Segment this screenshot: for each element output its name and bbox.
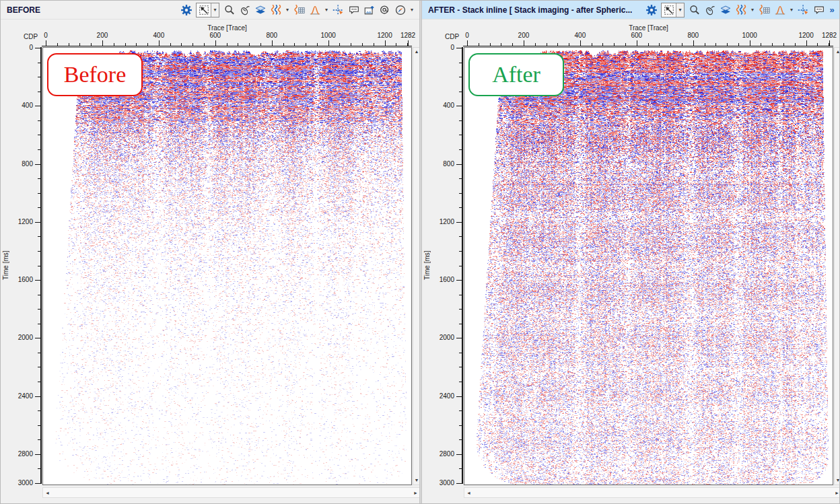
y-tick-minor	[459, 251, 462, 252]
horizontal-scrollbar-after[interactable]: ◄ ►	[464, 487, 840, 498]
titlebar-after: AFTER - Stack inline [ Stack imaging - a…	[422, 1, 840, 20]
scroll-right-arrow[interactable]: ►	[413, 491, 418, 495]
x-axis-title: Trace [Trace]	[42, 24, 412, 32]
scroll-up-arrow[interactable]: ▲	[835, 48, 840, 55]
comment-icon[interactable]	[812, 3, 826, 17]
zoom-mode-icon[interactable]	[197, 3, 211, 17]
horizontal-scrollbar-before[interactable]: ◄ ►	[42, 487, 421, 498]
magnifier-icon[interactable]	[222, 3, 236, 17]
x-tick-minor	[136, 43, 137, 46]
wiggle-display-icon[interactable]	[269, 3, 283, 17]
y-tick-minor	[38, 324, 40, 324]
x-tick-minor	[79, 43, 80, 46]
x-tick-minor	[682, 43, 682, 46]
x-tick-major	[580, 40, 581, 46]
scroll-left-arrow[interactable]: ◄	[45, 491, 50, 495]
y-tick-label: 3000	[1, 479, 33, 487]
y-tick-label: 2400	[422, 392, 454, 400]
y-tick-minor	[459, 295, 462, 295]
seismic-canvas-after[interactable]	[464, 48, 833, 484]
cdp-axis-label: CDP	[24, 33, 38, 40]
spectrum-icon[interactable]	[773, 3, 787, 17]
y-tick-minor	[459, 439, 462, 440]
y-tick-minor	[38, 251, 40, 252]
spectrum-icon-dropdown[interactable]: ▾	[788, 7, 795, 13]
x-tick-label: 800	[687, 32, 699, 39]
y-tick-minor	[38, 77, 40, 77]
mouse-tools-icon[interactable]	[703, 3, 717, 17]
compass-icon-dropdown[interactable]: ▾	[409, 7, 415, 13]
seismic-view-before[interactable]: Before	[42, 47, 412, 485]
zoom-mode-icon-group[interactable]: ▾	[661, 3, 685, 17]
comment-icon[interactable]	[347, 3, 361, 17]
y-tick-minor	[459, 410, 462, 411]
y-tick-label: 2400	[1, 392, 33, 400]
x-tick-minor	[204, 43, 205, 46]
export-image-icon[interactable]	[362, 3, 376, 17]
x-tick-minor	[501, 43, 501, 46]
y-tick-minor	[38, 149, 40, 150]
compass-icon[interactable]	[393, 3, 407, 17]
x-tick-minor	[306, 43, 306, 46]
zoom-mode-icon-group[interactable]: ▾	[196, 3, 219, 17]
y-tick-minor	[459, 92, 462, 92]
zoom-mode-icon-dropdown[interactable]: ▾	[676, 3, 684, 17]
y-tick-minor	[38, 353, 40, 353]
x-tick-minor	[761, 43, 761, 46]
panel-title-before: BEFORE	[7, 5, 40, 15]
y-axis-line	[40, 47, 42, 484]
overlay-label-before: Before	[47, 53, 143, 96]
picking-crosshair-icon[interactable]	[331, 3, 345, 17]
x-tick-minor	[602, 43, 603, 46]
y-tick-label: 3000	[422, 479, 454, 487]
layers-icon[interactable]	[253, 3, 267, 17]
x-tick-minor	[817, 43, 818, 46]
y-tick-label: 1200	[422, 218, 454, 225]
y-tick-major	[35, 222, 40, 223]
seismic-view-after[interactable]: After	[464, 47, 833, 485]
x-tick-minor	[114, 43, 114, 46]
y-tick-minor	[38, 63, 40, 63]
mouse-tools-icon[interactable]	[238, 3, 252, 17]
settings-gear-icon[interactable]	[179, 3, 193, 17]
wiggle-display-icon-dropdown[interactable]: ▾	[749, 7, 756, 13]
x-tick-minor	[490, 43, 491, 46]
trace-table-icon[interactable]	[292, 3, 306, 17]
panel-title-after: AFTER - Stack inline [ Stack imaging - a…	[428, 5, 632, 15]
x-tick-minor	[659, 43, 660, 46]
x-tick-major	[467, 40, 468, 46]
scroll-left-arrow[interactable]: ◄	[466, 491, 471, 495]
y-tick-major	[456, 106, 462, 106]
x-tick-major	[750, 40, 750, 46]
spectrum-icon-dropdown[interactable]: ▾	[323, 7, 330, 13]
settings-gear-icon[interactable]	[644, 3, 658, 17]
toolbar-overflow-icon[interactable]: »	[827, 3, 837, 17]
spectrum-icon[interactable]	[308, 3, 322, 17]
vertical-scrollbar-after[interactable]: ▲ ▼	[834, 47, 840, 485]
magnifier-icon[interactable]	[687, 3, 701, 17]
x-tick-major	[272, 40, 273, 46]
x-tick-minor	[374, 43, 374, 46]
y-tick-label: 0	[422, 44, 454, 51]
scroll-down-arrow[interactable]: ▼	[835, 477, 840, 484]
x-tick-minor	[705, 43, 705, 46]
x-tick-minor	[351, 43, 351, 46]
zoom-mode-icon-dropdown[interactable]: ▾	[211, 3, 219, 17]
scroll-right-arrow[interactable]: ►	[835, 491, 839, 495]
layers-icon[interactable]	[718, 3, 732, 17]
wiggle-display-icon-dropdown[interactable]: ▾	[284, 7, 291, 13]
x-tick-minor	[91, 43, 92, 46]
zoom-mode-icon[interactable]	[662, 3, 676, 17]
y-tick-label: 2800	[422, 450, 454, 458]
seismic-canvas-before[interactable]	[43, 48, 411, 484]
y-tick-minor	[38, 295, 40, 295]
trace-table-icon[interactable]	[757, 3, 771, 17]
y-tick-major	[35, 48, 40, 48]
annotation-icon[interactable]	[378, 3, 392, 17]
y-tick-label: 1600	[1, 276, 33, 283]
y-tick-minor	[459, 120, 462, 121]
y-tick-minor	[38, 382, 40, 382]
wiggle-display-icon[interactable]	[734, 3, 748, 17]
x-tick-label: 600	[209, 32, 221, 39]
picking-crosshair-icon[interactable]	[796, 3, 810, 17]
